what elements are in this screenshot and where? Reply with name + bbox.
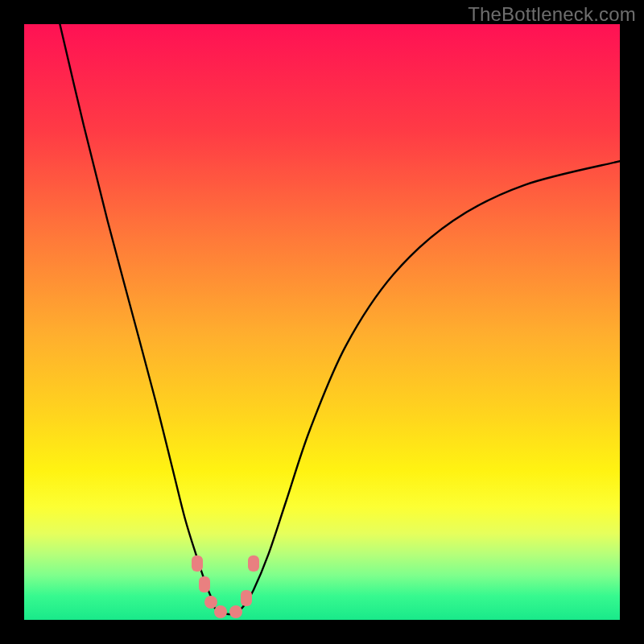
valley-marker	[199, 576, 210, 592]
valley-marker	[214, 605, 227, 618]
valley-marker	[192, 555, 203, 572]
watermark-text: TheBottleneck.com	[468, 3, 636, 26]
valley-marker	[204, 596, 217, 609]
valley-marker	[241, 590, 252, 606]
chart-frame	[24, 24, 620, 620]
bottleneck-curve	[24, 24, 620, 620]
valley-marker	[229, 605, 242, 618]
valley-marker	[248, 555, 259, 572]
